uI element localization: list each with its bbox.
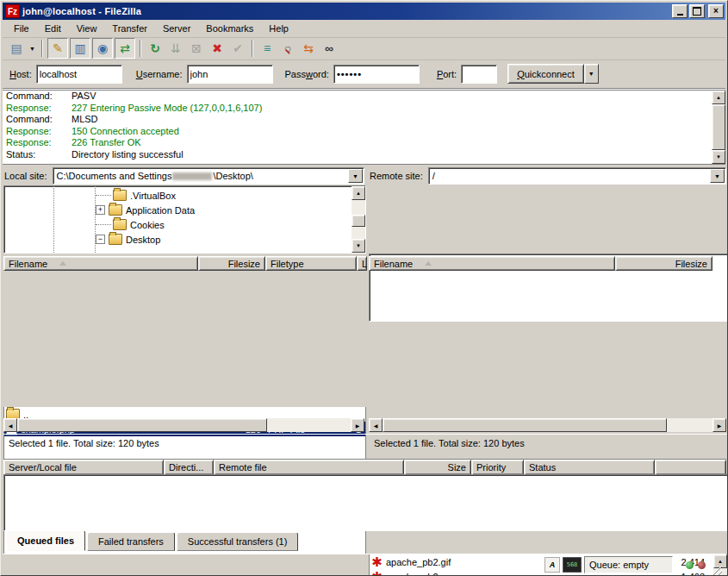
toolbar-separator [252, 40, 253, 57]
column-header-lastmodified[interactable]: L [357, 256, 367, 271]
tree-item-cookies[interactable]: Cookies [96, 217, 354, 232]
password-label: Password: [285, 69, 329, 79]
toolbar-separator [140, 40, 141, 57]
local-tree-scrollbar[interactable]: ▲ ▼ [352, 186, 365, 253]
close-icon: × [713, 7, 719, 16]
scroll-down-icon[interactable]: ▼ [352, 239, 365, 253]
site-manager-button[interactable]: ▤ [7, 39, 26, 58]
window-title: john@localhost - FileZilla [22, 6, 670, 16]
local-list-header: Filename Filesize Filetype L [3, 256, 364, 271]
menu-transfer[interactable]: Transfer [104, 22, 155, 35]
username-input[interactable] [187, 65, 273, 84]
tree-item-application-data[interactable]: + Application Data [96, 203, 354, 217]
scrollbar-thumb[interactable] [383, 418, 667, 432]
scrollbar-thumb[interactable] [17, 418, 267, 432]
maximize-icon [693, 7, 701, 16]
tab-failed-transfers[interactable]: Failed transfers [87, 532, 175, 551]
synchronized-browsing-button[interactable]: ∞ [320, 39, 339, 58]
column-header-remote-file[interactable]: Remote file [214, 460, 404, 475]
tree-item-desktop[interactable]: − Desktop [96, 232, 354, 247]
chevron-down-icon[interactable]: ▼ [710, 169, 725, 183]
sort-ascending-icon [59, 261, 66, 266]
quickconnect-button[interactable]: Quickconnect [507, 64, 584, 84]
disconnect-icon: ✖ [212, 41, 222, 55]
menu-bookmarks[interactable]: Bookmarks [198, 22, 261, 35]
menu-edit[interactable]: Edit [37, 22, 69, 35]
scroll-right-icon[interactable]: ▶ [712, 418, 726, 432]
scrollbar-thumb[interactable] [352, 215, 365, 227]
column-header-status[interactable]: Status [524, 460, 655, 475]
transfer-queue-icon: ⇄ [120, 41, 130, 55]
transfer-queue-list[interactable] [3, 474, 728, 531]
message-log-icon: ✎ [53, 41, 63, 55]
minimize-button[interactable] [672, 4, 688, 18]
column-header-blank[interactable] [655, 460, 726, 475]
chevron-down-icon[interactable]: ▼ [348, 169, 363, 183]
password-input[interactable] [333, 65, 420, 84]
scroll-up-icon[interactable]: ▲ [712, 91, 725, 104]
column-header-direction[interactable]: Directi... [164, 460, 214, 475]
log-scrollbar[interactable]: ▲ ▼ [712, 91, 725, 164]
compare-icon: ⇆ [303, 41, 314, 55]
menu-server[interactable]: Server [155, 22, 198, 35]
scroll-right-icon[interactable]: ▶ [351, 418, 364, 432]
site-manager-dropdown-button[interactable]: ▼ [27, 39, 38, 58]
local-site-combo[interactable]: C:\Documents and Settings\Desktop\ ▼ [53, 167, 364, 185]
tree-item-label: Cookies [130, 220, 165, 230]
maximize-button[interactable] [689, 4, 705, 18]
column-header-server-local-file[interactable]: Server/Local file [3, 460, 164, 475]
toggle-message-log-button[interactable]: ✎ [47, 38, 68, 59]
column-header-filename[interactable]: Filename [3, 256, 198, 271]
speedlimit-icon: 568 [563, 557, 582, 573]
local-status-text: Selected 1 file. Total size: 120 bytes [3, 434, 370, 452]
close-button[interactable]: × [708, 4, 724, 18]
folder-icon [113, 190, 127, 201]
port-input[interactable] [461, 65, 497, 84]
tree-item-virtualbox[interactable]: .VirtualBox [96, 188, 354, 203]
quickconnect-dropdown-button[interactable]: ▼ [584, 64, 599, 84]
compare-directories-button[interactable]: ⇆ [299, 39, 318, 58]
disconnect-button[interactable]: ✖ [208, 39, 227, 58]
expand-plus-icon[interactable]: + [96, 205, 105, 215]
green-indicator-icon [686, 561, 694, 569]
remote-list-hscrollbar[interactable]: ◀ ▶ [369, 418, 726, 432]
scroll-left-icon[interactable]: ◀ [3, 418, 17, 432]
refresh-button[interactable]: ↻ [146, 39, 165, 58]
binoculars-icon: ∞ [325, 41, 333, 55]
redacted-username [172, 172, 212, 180]
tab-queued-files[interactable]: Queued files [6, 530, 85, 551]
port-label: Port: [437, 69, 457, 79]
scrollbar-thumb[interactable] [712, 104, 725, 150]
file-search-button[interactable]: ○ [278, 39, 297, 58]
scroll-left-icon[interactable]: ◀ [369, 418, 383, 432]
column-header-filetype[interactable]: Filetype [265, 256, 357, 271]
log-line: Response:226 Transfer OK [3, 137, 725, 149]
menu-help[interactable]: Help [261, 22, 296, 35]
local-directory-tree[interactable]: .VirtualBox + Application Data Cookies −… [3, 185, 366, 254]
toggle-queue-button[interactable]: ⇄ [115, 38, 135, 59]
column-header-filename[interactable]: Filename [369, 256, 615, 271]
reconnect-icon: ✔ [233, 41, 243, 55]
remote-site-label: Remote site: [370, 171, 423, 181]
host-input[interactable] [36, 65, 122, 84]
filter-button[interactable]: ≡ [258, 39, 277, 58]
menu-file[interactable]: File [6, 22, 37, 35]
tab-successful-transfers[interactable]: Successful transfers (1) [177, 532, 299, 551]
status-bar: A 568 Queue: empty [3, 554, 725, 575]
column-header-filesize[interactable]: Filesize [198, 256, 265, 271]
column-header-filesize[interactable]: Filesize [615, 256, 712, 271]
resize-grip[interactable] [711, 564, 722, 575]
search-icon: ○ [284, 41, 291, 55]
folder-icon [113, 219, 127, 230]
local-list-hscrollbar[interactable]: ◀ ▶ [3, 418, 364, 432]
toggle-local-tree-button[interactable]: ▥ [70, 38, 90, 59]
toolbar-separator [41, 40, 43, 57]
column-header-priority[interactable]: Priority [471, 460, 524, 475]
scroll-down-icon[interactable]: ▼ [712, 150, 725, 164]
column-header-size[interactable]: Size [404, 460, 471, 475]
menu-view[interactable]: View [69, 22, 105, 35]
collapse-minus-icon[interactable]: − [96, 235, 105, 244]
scroll-up-icon[interactable]: ▲ [352, 186, 365, 200]
toggle-remote-tree-button[interactable]: ◉ [92, 38, 113, 59]
remote-site-combo[interactable]: / ▼ [428, 167, 726, 185]
